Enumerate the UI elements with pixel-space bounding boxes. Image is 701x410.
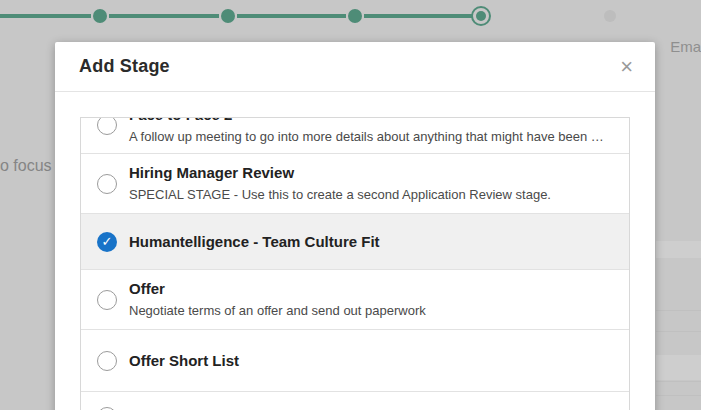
stage-option-row[interactable]: ✓Humantelligence - Team Culture Fit <box>81 213 629 269</box>
stage-description: Negotiate terms of an offer and send out… <box>129 301 629 320</box>
modal-title: Add Stage <box>79 56 170 77</box>
background-table-divider <box>656 310 701 311</box>
stage-option-row[interactable]: OfferNegotiate terms of an offer and sen… <box>81 269 629 329</box>
radio-checked-icon[interactable]: ✓ <box>97 232 117 252</box>
progress-stepper <box>0 0 701 32</box>
modal-body: Face to Face 2A follow up meeting to go … <box>55 92 655 410</box>
background-column-header: Ema <box>670 38 701 55</box>
radio-unchecked-icon[interactable] <box>97 351 117 371</box>
radio-unchecked-icon[interactable] <box>97 117 117 135</box>
stage-option-list: Face to Face 2A follow up meeting to go … <box>80 117 630 410</box>
background-page-text: o focus <box>0 157 52 175</box>
add-stage-modal: Add Stage × Face to Face 2A follow up me… <box>55 42 655 410</box>
stepper-step-complete <box>348 9 362 23</box>
stage-text: Face to Face 2A follow up meeting to go … <box>129 117 629 146</box>
stage-description: SPECIAL STAGE - Use this to create a sec… <box>129 185 629 204</box>
stage-title: Offer Short List <box>129 351 629 371</box>
stage-option-row[interactable]: Hiring Manager ReviewSPECIAL STAGE - Use… <box>81 153 629 213</box>
stage-option-row[interactable]: Offer Short List <box>81 329 629 391</box>
radio-unchecked-icon[interactable] <box>97 174 117 194</box>
stage-text: Hiring Manager ReviewSPECIAL STAGE - Use… <box>129 163 629 204</box>
stage-text: Humantelligence - Team Culture Fit <box>129 232 629 252</box>
background-table-divider <box>656 331 701 332</box>
background-table-divider <box>656 395 701 396</box>
radio-unchecked-icon[interactable] <box>97 290 117 310</box>
background-table-row-hint <box>656 355 701 380</box>
stage-title: Humantelligence - Team Culture Fit <box>129 232 629 252</box>
stepper-step-current-dot <box>476 11 486 21</box>
stage-option-row[interactable]: Face to Face 2A follow up meeting to go … <box>81 117 629 153</box>
stage-title: Offer <box>129 279 629 299</box>
stepper-step-complete <box>93 9 107 23</box>
stage-title: Hiring Manager Review <box>129 163 629 183</box>
stage-text: OfferNegotiate terms of an offer and sen… <box>129 279 629 320</box>
close-icon[interactable]: × <box>620 56 633 78</box>
stepper-step-complete <box>221 9 235 23</box>
radio-unchecked-icon[interactable] <box>97 407 117 410</box>
modal-header: Add Stage × <box>55 42 655 92</box>
background-table-row-hint <box>656 241 701 258</box>
stepper-step-upcoming <box>604 10 616 22</box>
background-table-divider <box>656 381 701 382</box>
stage-description: A follow up meeting to go into more deta… <box>129 127 629 146</box>
stage-text: Offer Short List <box>129 351 629 371</box>
stage-option-row[interactable] <box>81 391 629 410</box>
stage-title: Face to Face 2 <box>129 117 629 125</box>
